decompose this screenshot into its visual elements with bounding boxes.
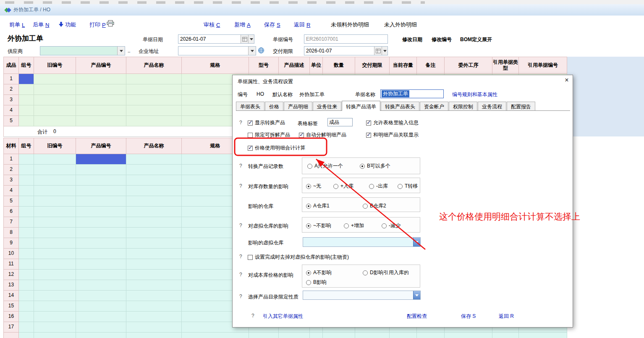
material-table-cell[interactable]	[126, 186, 182, 196]
material-table-cell[interactable]	[76, 333, 126, 338]
modify-date-link[interactable]: 修改日期	[402, 36, 422, 43]
product-table-row-number[interactable]: 5	[4, 116, 19, 126]
date-dropdown-arrow[interactable]	[248, 35, 254, 43]
material-table-cell[interactable]	[19, 301, 34, 312]
product-table-cell[interactable]	[34, 116, 76, 126]
cost-option-none[interactable]: A不影响	[306, 269, 332, 276]
material-table-cell[interactable]	[76, 301, 126, 312]
material-table-cell[interactable]	[126, 259, 182, 270]
dialog-tab-7[interactable]: 资金帐户	[420, 102, 448, 110]
material-table-cell[interactable]	[76, 270, 126, 280]
modify-number-link[interactable]: 修改编号	[432, 36, 452, 43]
material-table-cell[interactable]	[34, 259, 76, 270]
help-icon[interactable]: ?	[239, 254, 242, 259]
material-table-row-number[interactable]: 4	[4, 186, 19, 196]
material-table-cell[interactable]	[76, 154, 126, 165]
price-use-detail-total-checkbox[interactable]: 价格使用明细合计计算	[248, 144, 305, 152]
product-table-header-cell[interactable]: 备注	[417, 57, 445, 74]
material-table-cell[interactable]	[492, 333, 519, 338]
help-icon[interactable]: ?	[239, 163, 242, 169]
material-table-cell[interactable]	[76, 228, 126, 238]
limit-disassemble-checkbox[interactable]: 限定可拆解产品	[248, 131, 290, 139]
material-table-row-number[interactable]: 5	[4, 196, 19, 207]
doc-name-input[interactable]: 外协加工单	[380, 89, 444, 98]
material-table-cell[interactable]	[126, 249, 182, 259]
material-table-cell[interactable]	[445, 333, 492, 338]
cost-option-affect[interactable]: B影响	[306, 279, 327, 286]
product-table-cell[interactable]	[126, 95, 182, 105]
stock-option-none[interactable]: ~无	[306, 183, 321, 190]
material-table-header-cell[interactable]: 组号	[19, 138, 34, 154]
material-table-header-cell[interactable]: 产品名称	[126, 138, 182, 154]
material-table-cell[interactable]	[519, 333, 567, 338]
product-table-header-cell[interactable]: 单位	[310, 57, 323, 74]
product-table-header-cell[interactable]: 成品	[4, 57, 19, 74]
material-table-cell[interactable]	[19, 196, 34, 207]
product-table-cell[interactable]	[19, 116, 34, 126]
dialog-tab-9[interactable]: 业务流程	[478, 102, 506, 110]
back-button[interactable]: 返回R	[294, 21, 310, 29]
product-table-cell[interactable]	[19, 105, 34, 116]
material-table-cell[interactable]	[126, 280, 182, 291]
product-table-cell[interactable]	[76, 95, 126, 105]
material-table-row-number[interactable]: 8	[4, 228, 19, 238]
table-tag-input[interactable]: 成品	[327, 118, 353, 126]
product-table-header-cell[interactable]: 当前存量	[390, 57, 417, 74]
material-table-cell[interactable]	[19, 259, 34, 270]
allow-grid-input-checkbox[interactable]: 允许表格里输入信息	[366, 119, 419, 126]
material-table-cell[interactable]	[126, 333, 182, 338]
product-table-row-number[interactable]: 4	[4, 105, 19, 116]
material-table-row-number[interactable]: 11	[4, 259, 19, 270]
pending-pick-button[interactable]: 未领料外协明细	[331, 21, 369, 29]
pending-in-button[interactable]: 未入外协明细	[384, 21, 417, 29]
material-table-row-number[interactable]	[4, 333, 19, 338]
stock-option-in[interactable]: +入库	[333, 183, 353, 190]
material-table-cell[interactable]	[19, 217, 34, 228]
material-table-cell[interactable]	[34, 270, 76, 280]
material-table-cell[interactable]	[34, 196, 76, 207]
deadline-input[interactable]: 2026-01-07	[304, 46, 388, 55]
product-table-header-cell[interactable]: 组号	[19, 57, 34, 74]
material-table-cell[interactable]	[19, 333, 34, 338]
material-table-cell[interactable]	[19, 322, 34, 333]
material-table-cell[interactable]	[76, 175, 126, 186]
material-table-cell[interactable]	[34, 301, 76, 312]
product-table-row-number[interactable]: 2	[4, 84, 19, 95]
print-button[interactable]: 打印P	[89, 21, 106, 29]
material-table-cell[interactable]	[19, 186, 34, 196]
material-table-cell[interactable]	[34, 186, 76, 196]
clear-virtual-effect-checkbox[interactable]: 设置完成时去掉对虚拟仓库的影响(主物资)	[248, 254, 349, 261]
record-count-option-b[interactable]: B可以多个	[360, 162, 390, 170]
material-table-row-number[interactable]: 2	[4, 165, 19, 175]
function-button[interactable]: 功能	[59, 21, 76, 29]
help-icon[interactable]: ?	[239, 293, 242, 299]
material-table-row-number[interactable]: 6	[4, 207, 19, 217]
material-table-cell[interactable]	[126, 207, 182, 217]
prev-doc-button[interactable]: 前单L	[9, 21, 25, 29]
dialog-tab-8[interactable]: 权限控制	[449, 102, 477, 110]
material-table-cell[interactable]	[34, 249, 76, 259]
material-table-cell[interactable]	[76, 238, 126, 249]
material-table-cell[interactable]	[76, 322, 126, 333]
material-table-cell[interactable]	[126, 322, 182, 333]
material-table-row-number[interactable]: 1	[4, 154, 19, 165]
material-table-cell[interactable]	[126, 196, 182, 207]
product-table-cell[interactable]	[76, 74, 126, 84]
material-table-cell[interactable]	[19, 154, 34, 165]
dialog-tab-2[interactable]: 价格	[265, 102, 283, 110]
import-doc-attrs-link[interactable]: 引入其它单据属性	[263, 313, 303, 320]
product-table-cell[interactable]	[34, 74, 76, 84]
product-table-cell[interactable]	[126, 84, 182, 95]
add-button[interactable]: 新增A	[234, 21, 251, 29]
supplier-combobox[interactable]	[40, 46, 125, 55]
material-table-cell[interactable]	[19, 291, 34, 301]
material-table-cell[interactable]	[19, 228, 34, 238]
dialog-tab-3[interactable]: 产品明细	[284, 102, 312, 110]
material-table-row-number[interactable]: 7	[4, 217, 19, 228]
material-table-cell[interactable]	[126, 312, 182, 322]
link-detail-display-checkbox[interactable]: 和明细产品关联显示	[366, 131, 419, 139]
product-table-header-cell[interactable]: 产品编号	[76, 57, 126, 74]
material-table-cell[interactable]	[34, 312, 76, 322]
material-table-cell[interactable]	[76, 217, 126, 228]
product-table-header-cell[interactable]: 委外工序	[445, 57, 492, 74]
